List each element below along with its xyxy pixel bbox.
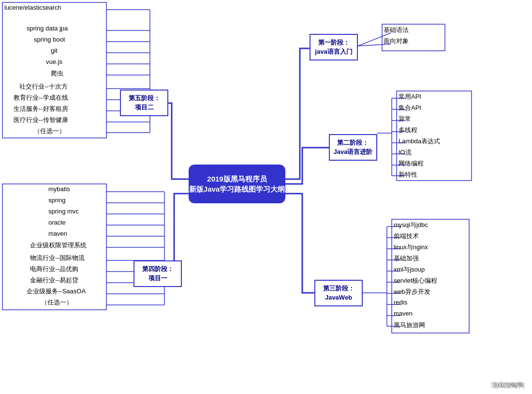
leaf-stage5-11: （任选一） <box>34 127 65 136</box>
leaf-stage4-7: 物流行业--国际物流 <box>30 254 85 262</box>
leaf-stage4-8: 电商行业--品优购 <box>30 265 78 273</box>
leaf-stage5-3: spring boot <box>34 36 65 43</box>
leaf-stage5-5: vue.js <box>46 58 62 65</box>
stage2-node: 第二阶段：Java语言进阶 <box>329 134 377 161</box>
leaf-stage5-9: 生活服务--好客租房 <box>14 105 68 113</box>
stage1-node: 第一阶段：java语言入门 <box>310 34 358 61</box>
leaf-stage4-1: mybatis <box>48 185 70 193</box>
leaf-stage3-1: mysql与jdbc <box>394 221 428 229</box>
center-line1: 2019版黑马程序员 <box>207 175 266 183</box>
center-node: 2019版黑马程序员 新版Java学习路线图学习大纲 <box>189 165 285 203</box>
leaf-stage3-8: redis <box>394 299 407 306</box>
leaf-stage3-4: 基础加强 <box>394 254 419 263</box>
leaf-stage4-3: spring mvc <box>48 208 79 215</box>
watermark-text: 游戏攻略网 <box>493 381 525 390</box>
leaf-stage3-6: servlet核心编程 <box>394 276 437 285</box>
leaf-stage2-2: 集合API <box>399 104 421 112</box>
leaf-stage3-3: linux与nginx <box>394 243 428 252</box>
stage4-node: 第四阶段：项目一 <box>133 260 182 287</box>
leaf-stage5-2: spring data jpa <box>27 25 68 32</box>
leaf-stage5-8: 教育行业--学成在线 <box>14 93 68 102</box>
stage3-node: 第三阶段：JavaWeb <box>314 280 363 306</box>
leaf-stage2-5: Lambda表达式 <box>399 137 440 146</box>
leaf-stage2-7: 网络编程 <box>399 159 424 168</box>
leaf-stage2-6: IO流 <box>399 148 412 157</box>
leaf-stage5-7: 社交行业--十次方 <box>19 82 68 91</box>
stage5-node: 第五阶段：项目二 <box>120 90 168 116</box>
leaf-stage4-9: 金融行业--易起贷 <box>30 276 78 285</box>
mind-map: 2019版黑马程序员 新版Java学习路线图学习大纲 第一阶段：java语言入门… <box>0 0 532 394</box>
leaf-stage5-1: lucene/elasticsearch <box>4 4 61 11</box>
leaf-stage4-10: 企业级服务--SaasOA <box>27 287 86 296</box>
leaf-stage4-4: oracle <box>48 219 65 226</box>
leaf-stage3-9: maven <box>394 310 413 317</box>
leaf-stage5-10: 医疗行业--传智健康 <box>14 116 68 124</box>
leaf-stage4-2: spring <box>48 197 65 204</box>
center-line2: 新版Java学习路线图学习大纲 <box>189 185 285 193</box>
leaf-stage5-6: 爬虫 <box>51 69 63 78</box>
leaf-stage4-11: （任选一） <box>41 298 73 307</box>
leaf-stage4-5: maven <box>48 230 67 237</box>
leaf-stage2-3: 异常 <box>399 115 411 123</box>
leaf-stage1-2: 面向对象 <box>384 37 409 45</box>
leaf-stage4-6: 企业级权限管理系统 <box>30 241 87 250</box>
leaf-stage2-1: 常用API <box>399 92 421 101</box>
leaf-stage5-4: git <box>51 47 58 54</box>
leaf-stage3-2: 前端技术 <box>394 232 419 241</box>
leaf-stage2-4: 多线程 <box>399 126 417 135</box>
leaf-stage3-7: web异步开发 <box>394 288 430 296</box>
leaf-stage1-1: 基础语法 <box>384 26 409 34</box>
leaf-stage3-10: 黑马旅游网 <box>394 321 425 330</box>
leaf-stage3-5: xml与jsoup <box>394 265 425 274</box>
leaf-stage2-8: 新特性 <box>399 170 417 179</box>
